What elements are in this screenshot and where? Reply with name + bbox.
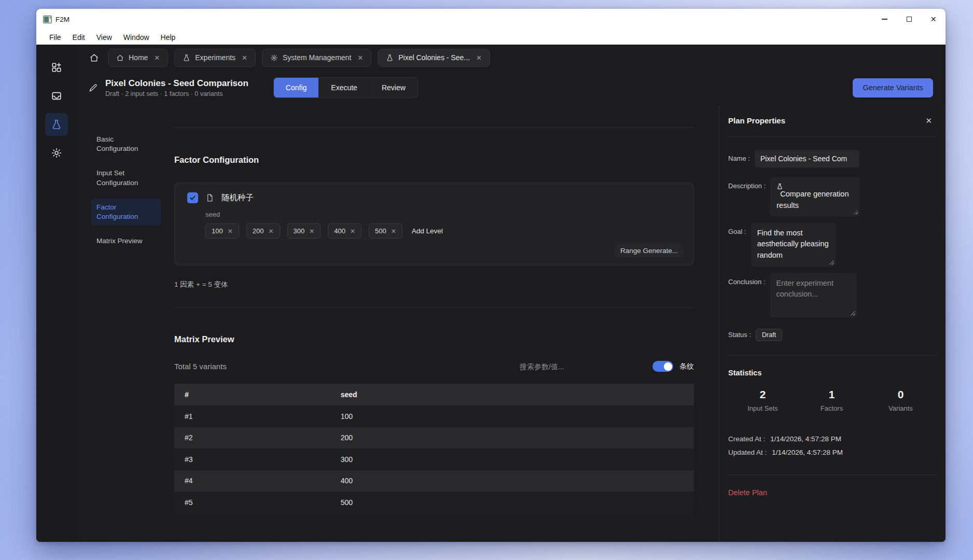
- stat-variants: 0 Variants: [866, 388, 935, 412]
- minimize-icon: [882, 19, 887, 20]
- panel-title: Plan Properties: [728, 116, 785, 125]
- menu-window[interactable]: Window: [118, 32, 155, 43]
- tab-experiments[interactable]: Experiments ✕: [174, 49, 256, 67]
- stat-factors: 1 Factors: [797, 388, 866, 412]
- remove-level-icon[interactable]: ✕: [309, 228, 314, 235]
- level-chip[interactable]: 100✕: [205, 223, 239, 239]
- level-chip[interactable]: 400✕: [328, 223, 362, 239]
- page-header: Pixel Colonies - Seed Comparison Draft ·…: [77, 71, 946, 105]
- factor-checkbox[interactable]: [187, 192, 198, 203]
- statistics-row: 2 Input Sets 1 Factors 0 Variants: [728, 388, 935, 412]
- conclusion-field[interactable]: Enter experiment conclusion...: [770, 273, 857, 317]
- conclusion-label: Conclusion :: [728, 273, 766, 286]
- level-chip[interactable]: 300✕: [287, 223, 321, 239]
- remove-level-icon[interactable]: ✕: [350, 228, 355, 235]
- window-titlebar[interactable]: F2M ✕: [36, 9, 946, 30]
- statistics-heading: Statistics: [728, 369, 935, 377]
- config-content: Factor Configuration 随机种子 seed: [168, 105, 719, 542]
- settings-gear-icon[interactable]: [45, 142, 68, 164]
- subnav-input-set-configuration[interactable]: Input Set Configuration: [91, 164, 161, 191]
- panel-divider: [728, 474, 935, 475]
- minimize-button[interactable]: [872, 9, 897, 30]
- goal-label: Goal :: [728, 223, 746, 235]
- close-button[interactable]: ✕: [921, 9, 946, 30]
- table-row: #4 400: [174, 470, 694, 492]
- tab-review[interactable]: Review: [370, 78, 418, 97]
- gear-icon: [270, 54, 278, 62]
- range-generate-button[interactable]: Range Generate...: [615, 244, 683, 258]
- tab-pixel-colonies[interactable]: Pixel Colonies - See... ✕: [378, 49, 490, 67]
- tab-close-icon[interactable]: ✕: [357, 54, 363, 62]
- plan-properties-panel: Plan Properties ✕ Name : Pixel Colonies …: [719, 105, 946, 542]
- remove-level-icon[interactable]: ✕: [391, 228, 396, 235]
- home-icon: [116, 54, 124, 62]
- window-title: F2M: [55, 16, 70, 23]
- tab-config[interactable]: Config: [274, 78, 319, 97]
- factor-param-label: seed: [205, 211, 683, 218]
- table-row: #1 100: [174, 405, 694, 427]
- app-window: F2M ✕ File Edit View Window Help: [36, 9, 946, 542]
- home-icon[interactable]: [86, 50, 102, 65]
- remove-level-icon[interactable]: ✕: [268, 228, 273, 235]
- desktop: { "icons": { "close": "✕" }, "colors": {…: [0, 0, 973, 560]
- table-row: #5 500: [174, 492, 694, 513]
- panel-divider: [728, 355, 935, 356]
- resize-handle[interactable]: [851, 311, 855, 316]
- dashboard-add-icon[interactable]: [45, 56, 68, 79]
- updated-at-row: Updated At : 1/14/2026, 4:57:28 PM: [728, 449, 935, 456]
- delete-plan-button[interactable]: Delete Plan: [728, 488, 935, 497]
- matrix-table: # seed #1 100 #2 200 #3: [174, 384, 694, 513]
- tab-home[interactable]: Home ✕: [108, 49, 168, 67]
- flask-icon: [776, 183, 853, 190]
- tab-close-icon[interactable]: ✕: [242, 54, 247, 62]
- document-icon: [205, 193, 214, 202]
- name-label: Name :: [728, 150, 750, 162]
- inbox-icon[interactable]: [45, 85, 68, 107]
- section-divider: [174, 105, 694, 128]
- tab-close-icon[interactable]: ✕: [476, 54, 482, 62]
- subnav-basic-configuration[interactable]: Basic Configuration: [91, 131, 161, 158]
- column-header-index: #: [174, 390, 341, 399]
- factor-name: 随机种子: [221, 192, 254, 203]
- stripe-toggle-label: 条纹: [679, 362, 694, 371]
- tab-label: Pixel Colonies - See...: [398, 53, 470, 62]
- experiments-flask-icon[interactable]: [45, 113, 68, 136]
- resize-handle[interactable]: [853, 210, 858, 215]
- page-subtitle: Draft · 2 input sets · 1 factors · 0 var…: [105, 90, 248, 97]
- menu-help[interactable]: Help: [155, 32, 182, 43]
- level-chip[interactable]: 500✕: [369, 223, 402, 239]
- menu-edit[interactable]: Edit: [67, 32, 91, 43]
- stripe-toggle[interactable]: [652, 361, 673, 372]
- subnav-matrix-preview[interactable]: Matrix Preview: [91, 232, 161, 250]
- name-field[interactable]: Pixel Colonies - Seed Com: [755, 150, 859, 167]
- maximize-button[interactable]: [897, 9, 921, 30]
- close-icon: ✕: [930, 15, 937, 23]
- resize-handle[interactable]: [829, 260, 834, 265]
- menu-view[interactable]: View: [91, 32, 118, 43]
- panel-close-icon[interactable]: ✕: [922, 114, 935, 128]
- description-field[interactable]: Compare generation results: [770, 177, 859, 216]
- stat-input-sets: 2 Input Sets: [728, 388, 797, 412]
- table-row: #2 200: [174, 427, 694, 449]
- generate-variants-button[interactable]: Generate Variants: [853, 78, 933, 97]
- main-column: Home ✕ Experiments ✕ System Management ✕…: [77, 45, 946, 542]
- tab-label: Experiments: [195, 53, 235, 62]
- description-label: Description :: [728, 177, 766, 190]
- matrix-preview-heading: Matrix Preview: [174, 334, 694, 344]
- edit-pencil-icon[interactable]: [88, 83, 98, 93]
- menu-file[interactable]: File: [44, 32, 67, 43]
- goal-field[interactable]: Find the most aesthetically pleasing ran…: [751, 223, 836, 267]
- tab-close-icon[interactable]: ✕: [154, 54, 160, 62]
- tab-strip: Home ✕ Experiments ✕ System Management ✕…: [77, 45, 946, 71]
- tab-execute[interactable]: Execute: [319, 78, 370, 97]
- search-input[interactable]: [520, 362, 649, 371]
- tab-system-management[interactable]: System Management ✕: [262, 49, 371, 67]
- remove-level-icon[interactable]: ✕: [228, 228, 233, 235]
- config-body: Basic Configuration Input Set Configurat…: [77, 105, 946, 542]
- created-at-row: Created At : 1/14/2026, 4:57:28 PM: [728, 435, 935, 443]
- table-header-row: # seed: [174, 384, 694, 405]
- table-row: #3 300: [174, 449, 694, 470]
- add-level-button[interactable]: Add Level: [410, 224, 445, 238]
- level-chip[interactable]: 200✕: [246, 223, 280, 239]
- subnav-factor-configuration[interactable]: Factor Configuration: [91, 199, 161, 226]
